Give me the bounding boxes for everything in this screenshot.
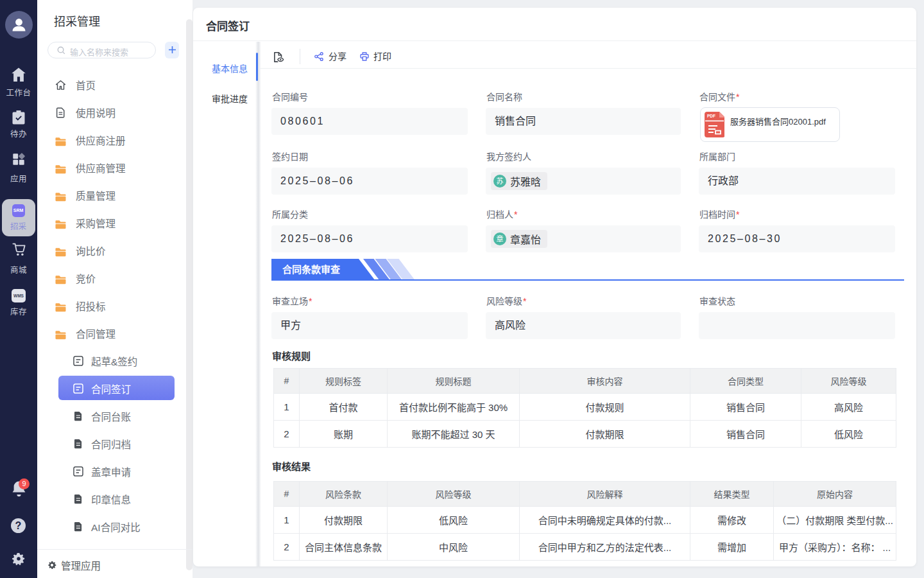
svg-text:PDF: PDF (707, 114, 715, 118)
svg-text:合同条款审查: 合同条款审查 (282, 264, 341, 275)
